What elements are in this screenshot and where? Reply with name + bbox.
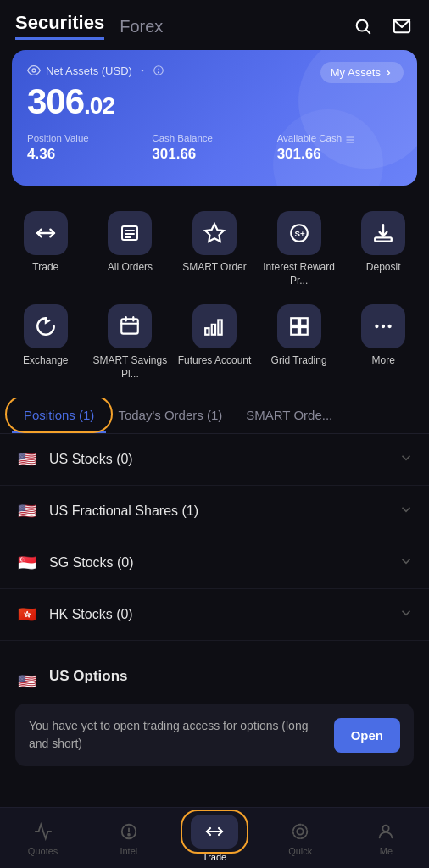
flag-us-stocks: 🇺🇸 xyxy=(15,448,39,471)
svg-point-32 xyxy=(388,325,392,328)
search-icon[interactable] xyxy=(351,14,375,38)
intel-icon xyxy=(118,821,140,843)
header: Securities Forex xyxy=(0,0,429,47)
chevron-hk-stocks xyxy=(398,605,414,625)
tab-smart-order[interactable]: SMART Orde... xyxy=(234,398,344,433)
header-icons xyxy=(351,14,414,38)
list-item-sg-stocks[interactable]: 🇸🇬 SG Stocks (0) xyxy=(0,537,429,589)
flag-us-options: 🇺🇸 xyxy=(15,670,39,693)
tabs-row: Positions (1) Today's Orders (1) SMART O… xyxy=(0,398,429,434)
svg-point-35 xyxy=(128,833,130,835)
chevron-us-stocks xyxy=(398,450,414,470)
nav-intel[interactable]: Intel xyxy=(86,808,171,868)
header-tabs: Securities Forex xyxy=(15,12,351,40)
svg-rect-18 xyxy=(375,237,392,241)
net-assets-value: 306.02 xyxy=(27,82,402,121)
trade-nav-wrap xyxy=(191,815,238,849)
options-header: 🇺🇸 US Options xyxy=(15,654,414,704)
svg-rect-26 xyxy=(291,318,298,326)
nav-me[interactable]: Me xyxy=(343,808,429,868)
options-section: 🇺🇸 US Options You have yet to open tradi… xyxy=(0,641,429,775)
nav-quick[interactable]: Quick xyxy=(258,808,343,868)
nav-trade[interactable]: Trade xyxy=(171,808,257,868)
actions-grid: Trade All Orders SMART Order S+ Interest… xyxy=(0,198,429,398)
svg-point-38 xyxy=(293,824,308,838)
asset-banner: Net Assets (USD) My Assets 306.02 Positi… xyxy=(12,50,417,186)
list-item-hk-stocks[interactable]: 🇭🇰 HK Stocks (0) xyxy=(0,589,429,641)
available-cash-col: Available Cash 301.66 xyxy=(277,133,402,163)
tab-securities[interactable]: Securities xyxy=(15,12,104,40)
svg-text:S+: S+ xyxy=(294,229,305,238)
options-card: You have yet to open trading access for … xyxy=(15,704,414,766)
quotes-icon xyxy=(32,821,54,843)
svg-rect-24 xyxy=(212,325,215,335)
svg-point-31 xyxy=(382,325,385,328)
svg-point-39 xyxy=(383,825,389,831)
action-smart-savings[interactable]: SMART Savings Pl... xyxy=(88,296,173,389)
action-exchange[interactable]: Exchange xyxy=(3,296,88,389)
action-futures-account[interactable]: Futures Account xyxy=(172,296,257,389)
list-item-us-fractional[interactable]: 🇺🇸 US Fractional Shares (1) xyxy=(0,486,429,537)
open-options-button[interactable]: Open xyxy=(334,718,400,753)
asset-row: Position Value 4.36 Cash Balance 301.66 … xyxy=(27,133,402,163)
svg-rect-23 xyxy=(205,328,209,335)
tab-positions[interactable]: Positions (1) xyxy=(12,398,106,433)
svg-rect-27 xyxy=(300,318,308,326)
position-value-col: Position Value 4.36 xyxy=(27,133,152,163)
action-all-orders[interactable]: All Orders xyxy=(88,203,173,296)
action-more[interactable]: More xyxy=(341,296,426,389)
action-interest-reward[interactable]: S+ Interest Reward Pr... xyxy=(257,203,342,296)
list-item-us-stocks[interactable]: 🇺🇸 US Stocks (0) xyxy=(0,434,429,486)
action-trade[interactable]: Trade xyxy=(3,203,88,296)
svg-rect-29 xyxy=(300,327,308,335)
flag-us-fractional: 🇺🇸 xyxy=(15,499,39,523)
action-deposit[interactable]: Deposit xyxy=(341,203,426,296)
svg-rect-25 xyxy=(218,320,221,335)
svg-line-1 xyxy=(366,30,370,33)
svg-rect-28 xyxy=(291,327,298,335)
svg-rect-19 xyxy=(122,320,139,334)
svg-point-3 xyxy=(32,69,36,72)
positions-list: 🇺🇸 US Stocks (0) 🇺🇸 US Fractional Shares… xyxy=(0,434,429,641)
tab-todays-orders[interactable]: Today's Orders (1) xyxy=(106,398,234,433)
svg-point-30 xyxy=(375,325,378,328)
flag-sg-stocks: 🇸🇬 xyxy=(15,551,39,575)
svg-point-37 xyxy=(298,828,304,834)
my-assets-button[interactable]: My Assets xyxy=(320,62,404,83)
action-smart-order[interactable]: SMART Order xyxy=(172,203,257,296)
bottom-nav: Quotes Intel Trade Quick Me xyxy=(0,807,429,868)
chevron-sg-stocks xyxy=(398,554,414,573)
trade-icon xyxy=(191,815,238,849)
mail-icon[interactable] xyxy=(390,14,414,38)
quick-icon xyxy=(289,821,311,843)
me-icon xyxy=(375,821,397,843)
svg-marker-15 xyxy=(205,224,224,242)
nav-quotes[interactable]: Quotes xyxy=(0,808,86,868)
action-grid-trading[interactable]: Grid Trading xyxy=(257,296,342,389)
flag-hk-stocks: 🇭🇰 xyxy=(15,603,39,626)
chevron-us-fractional xyxy=(398,502,414,521)
cash-balance-col: Cash Balance 301.66 xyxy=(152,133,276,163)
tab-forex[interactable]: Forex xyxy=(120,17,163,40)
svg-point-6 xyxy=(158,72,159,73)
